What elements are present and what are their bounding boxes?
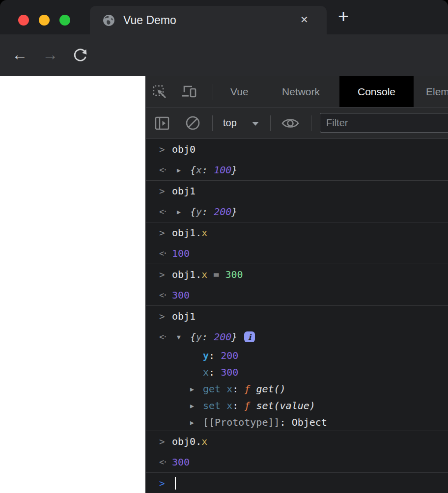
- token: obj1: [172, 310, 196, 322]
- key-separator: :: [209, 366, 221, 378]
- close-window-button[interactable]: [18, 15, 29, 26]
- token: obj1.: [172, 269, 201, 280]
- input-expression: obj1: [172, 185, 196, 197]
- key-separator: :: [232, 400, 244, 411]
- tab-console[interactable]: Console: [339, 76, 414, 107]
- prompt-chevron-icon: >: [159, 478, 172, 489]
- token: {: [190, 331, 196, 343]
- inspect-icon[interactable]: [153, 85, 168, 102]
- console-sidebar-icon[interactable]: [155, 116, 169, 133]
- token: :: [202, 331, 214, 343]
- token: =: [207, 269, 225, 280]
- disclosure-triangle-icon[interactable]: ▶: [190, 419, 203, 426]
- token: obj1.: [172, 227, 201, 239]
- return-arrow-icon: <·: [159, 457, 172, 467]
- disclosure-triangle-icon[interactable]: ▶: [177, 166, 190, 174]
- close-tab-icon[interactable]: ✕: [300, 6, 308, 34]
- back-icon[interactable]: ←: [12, 34, 28, 76]
- input-expression: obj1.x: [172, 227, 207, 239]
- token: obj1: [172, 185, 196, 197]
- token: 300: [172, 456, 190, 468]
- page-viewport[interactable]: [0, 76, 145, 493]
- console-result-row: <·▼{y: 200}i: [146, 327, 448, 347]
- object-property-row: x: 300: [146, 364, 448, 381]
- token: {: [190, 206, 196, 218]
- disclosure-triangle-icon[interactable]: ▶: [177, 208, 190, 216]
- return-arrow-icon: <·: [159, 165, 172, 175]
- input-chevron-icon: >: [159, 144, 172, 155]
- input-expression: obj0.x: [172, 436, 207, 447]
- result-value: 100: [172, 247, 190, 259]
- token: 300: [225, 269, 243, 280]
- console-result-row: <·100: [146, 243, 448, 264]
- context-selector[interactable]: top: [223, 108, 237, 138]
- object-preview: {x: 100}: [190, 164, 237, 176]
- input-chevron-icon: >: [159, 186, 172, 196]
- object-property-row: ▶[[Prototype]]: Object: [146, 414, 448, 431]
- toolbar-divider: [270, 115, 271, 131]
- token: }: [231, 164, 237, 176]
- reload-icon[interactable]: [73, 48, 88, 67]
- console-input-row: >obj1: [146, 305, 448, 327]
- devtools-panel: Vue Network Console Elements top: [145, 76, 448, 493]
- evaluated-info-badge[interactable]: i: [244, 331, 255, 342]
- object-property-row: y: 200: [146, 347, 448, 364]
- token: }: [231, 206, 237, 218]
- input-expression: obj1: [172, 310, 196, 322]
- console-toolbar: top: [146, 108, 448, 139]
- eye-icon[interactable]: [281, 116, 300, 132]
- function-signature: get(): [256, 383, 285, 395]
- token: x: [201, 436, 207, 447]
- devtools-tab-bar: Vue Network Console Elements: [146, 76, 448, 108]
- tab-strip: Vue Demo ✕ +: [0, 0, 448, 34]
- token: {: [190, 164, 196, 176]
- chevron-down-icon[interactable]: [252, 122, 259, 126]
- property-key: set x: [203, 400, 232, 411]
- disclosure-triangle-icon[interactable]: ▼: [177, 333, 190, 341]
- tab-network[interactable]: Network: [282, 76, 320, 107]
- input-expression: obj0: [172, 143, 196, 155]
- return-arrow-icon: <·: [159, 248, 172, 258]
- browser-tab[interactable]: Vue Demo ✕: [90, 6, 327, 34]
- zoom-window-button[interactable]: [59, 15, 70, 26]
- key-separator: :: [232, 383, 244, 395]
- input-expression: obj1.x = 300: [172, 269, 243, 280]
- browser-window: Vue Demo ✕ + ← → 127.0.0.1:5500/index.ht…: [0, 0, 448, 493]
- tab-vue[interactable]: Vue: [230, 76, 249, 107]
- disclosure-triangle-icon[interactable]: ▶: [190, 385, 203, 393]
- input-chevron-icon: >: [159, 311, 172, 322]
- token: }: [231, 331, 237, 343]
- token: 100: [214, 164, 231, 176]
- property-value: 200: [221, 350, 238, 361]
- property-value: 300: [221, 366, 238, 378]
- minimize-window-button[interactable]: [39, 15, 50, 26]
- text-caret: [175, 477, 176, 490]
- clear-console-icon[interactable]: [185, 115, 200, 133]
- console-input-row: >obj1: [146, 180, 448, 201]
- key-separator: :: [209, 350, 221, 361]
- token: obj0.: [172, 436, 201, 447]
- result-value: 300: [172, 456, 190, 468]
- console-prompt-row[interactable]: >: [146, 472, 448, 493]
- tab-elements[interactable]: Elements: [426, 76, 448, 107]
- object-property-row: ▶set x: ƒ set(value): [146, 397, 448, 414]
- console-input-row: >obj0: [146, 139, 448, 160]
- input-chevron-icon: >: [159, 269, 172, 280]
- filter-input[interactable]: [320, 113, 448, 133]
- console-result-row: <·▶{x: 100}: [146, 160, 448, 180]
- input-chevron-icon: >: [159, 227, 172, 238]
- result-value: 300: [172, 289, 190, 301]
- token: 300: [172, 289, 190, 301]
- device-toolbar-icon[interactable]: [182, 84, 197, 100]
- token: :: [202, 164, 214, 176]
- object-property-row: ▶get x: ƒ get(): [146, 381, 448, 397]
- return-arrow-icon: <·: [159, 290, 172, 300]
- console-input-row: >obj1.x: [146, 222, 448, 243]
- new-tab-button[interactable]: +: [338, 0, 349, 34]
- forward-icon[interactable]: →: [42, 34, 58, 76]
- disclosure-triangle-icon[interactable]: ▶: [190, 402, 203, 410]
- token: x: [201, 269, 207, 280]
- return-arrow-icon: <·: [159, 207, 172, 217]
- property-key: get x: [203, 383, 232, 395]
- token: obj0: [172, 143, 196, 155]
